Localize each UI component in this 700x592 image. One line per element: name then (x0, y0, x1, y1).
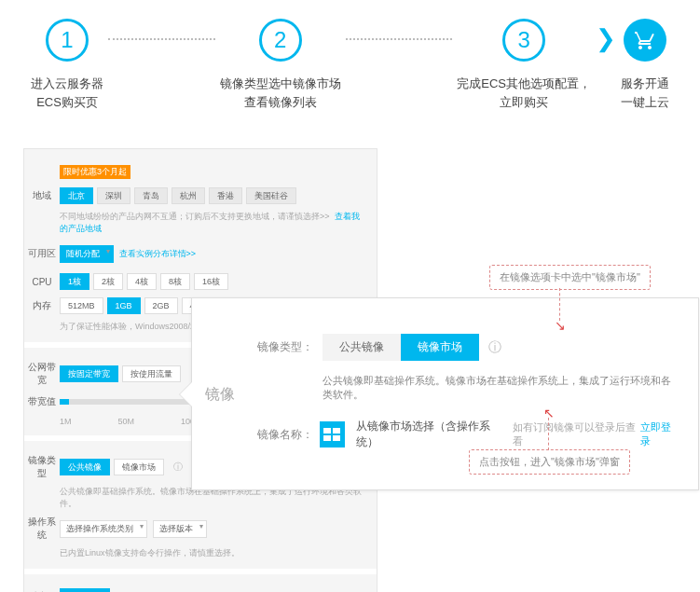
sysd-option[interactable]: 普通云盘 (60, 588, 110, 592)
cpu-option[interactable]: 2核 (93, 273, 123, 290)
os-select[interactable]: 选择操作系统类别 (60, 520, 147, 538)
region-option[interactable]: 深圳 (97, 187, 130, 204)
promo-badge: 限时优惠3个月起 (60, 165, 130, 179)
image-type-label: 镜像类型： (257, 339, 323, 355)
step-3-label-b: 立即购买 (457, 93, 591, 112)
step-1-label-a: 进入云服务器 (31, 75, 103, 93)
login-link[interactable]: 立即登录 (640, 420, 679, 448)
bw-min: 1M (60, 417, 72, 426)
step-2: 2 镜像类型选中镜像市场 查看镜像列表 (220, 19, 341, 111)
cpu-option[interactable]: 1核 (60, 273, 89, 290)
cpu-option[interactable]: 4核 (127, 273, 157, 290)
step-final-label-b: 一键上云 (621, 93, 669, 112)
step-3-circle: 3 (502, 19, 545, 62)
step-1-label-b: ECS购买页 (31, 93, 103, 112)
bw-tab-fixed[interactable]: 按固定带宽 (60, 365, 118, 382)
region-option[interactable]: 香港 (209, 187, 242, 204)
region-option[interactable]: 北京 (60, 187, 93, 204)
img-tab-public[interactable]: 公共镜像 (60, 459, 110, 475)
mem-label: 内存 (24, 299, 60, 312)
os-label: 操作系统 (24, 516, 60, 542)
bw-value-label: 带宽值 (24, 395, 60, 408)
annotation-top: 在镜像选项卡中选中"镜像市场" (489, 265, 651, 290)
chevron-right-icon: ❯ (596, 24, 616, 53)
zone-select[interactable]: 随机分配 (60, 245, 114, 263)
annotation-bottom: 点击按钮，进入"镜像市场"弹窗 (469, 449, 630, 475)
region-option[interactable]: 杭州 (172, 187, 205, 204)
annotation-line (548, 418, 549, 450)
cpu-label: CPU (24, 277, 60, 287)
cpu-option[interactable]: 16核 (194, 273, 228, 290)
img-tab-market[interactable]: 镜像市场 (114, 459, 164, 475)
region-label: 地域 (24, 189, 60, 202)
bw-mid: 50M (118, 417, 135, 426)
step-connector (108, 38, 215, 40)
step-2-label-a: 镜像类型选中镜像市场 (220, 75, 341, 93)
step-1-circle: 1 (46, 19, 89, 62)
region-hint: 不同地域纷纷的产品内网不互通；订购后不支持更换地域，请谨慎选择>> (60, 212, 330, 221)
cpu-option[interactable]: 8核 (160, 273, 190, 290)
step-final-label-a: 服务开通 (621, 75, 669, 93)
step-connector (346, 38, 453, 40)
step-2-label-b: 查看镜像列表 (220, 93, 341, 112)
image-name-label: 镜像名称： (257, 427, 320, 443)
region-option[interactable]: 青岛 (134, 187, 168, 204)
subscribe-hint: 如有订阅镜像可以登录后查看 (513, 420, 640, 448)
help-icon[interactable]: ⓘ (173, 461, 183, 474)
arrow-up-icon: ↖ (543, 406, 555, 420)
select-image-button[interactable] (320, 421, 345, 447)
region-option[interactable]: 美国硅谷 (246, 187, 296, 204)
callout-pointer-icon (180, 381, 193, 407)
img-label: 镜像类型 (24, 454, 60, 480)
os-hint: 已内置Linux镜像支持命令行操作，请慎重选择。 (60, 547, 367, 559)
step-1: 1 进入云服务器 ECS购买页 (31, 19, 103, 111)
cart-icon (624, 19, 666, 62)
zone-label: 可用区 (24, 247, 60, 260)
mem-option[interactable]: 1GB (107, 297, 141, 314)
mem-option[interactable]: 2GB (144, 297, 178, 314)
tab-image-market[interactable]: 镜像市场 (401, 334, 479, 361)
step-3-label-a: 完成ECS其他选项配置， (457, 75, 591, 93)
tab-public-image[interactable]: 公共镜像 (323, 334, 401, 361)
steps-bar: 1 进入云服务器 ECS购买页 2 镜像类型选中镜像市场 查看镜像列表 3 完成… (23, 19, 677, 111)
step-final: 服务开通 一键上云 (621, 19, 669, 111)
annotation-line (559, 288, 560, 321)
bw-label: 公网带宽 (24, 361, 60, 387)
step-2-circle: 2 (259, 19, 302, 62)
bw-tab-usage[interactable]: 按使用流量 (122, 365, 181, 382)
mem-option[interactable]: 512MB (60, 297, 103, 314)
arrow-down-icon: ↘ (555, 318, 566, 333)
select-image-text: 从镜像市场选择（含操作系统） (356, 419, 506, 450)
image-desc: 公共镜像即基础操作系统。镜像市场在基础操作系统上，集成了运行环境和各类软件。 (323, 374, 679, 402)
callout-sidebar-label: 镜像 (205, 384, 235, 404)
step-3: 3 完成ECS其他选项配置， 立即购买 (457, 19, 591, 111)
os-version-select[interactable]: 选择版本 (153, 520, 207, 538)
help-icon[interactable]: ⓘ (488, 339, 501, 356)
zone-link[interactable]: 查看实例分布详情>> (119, 248, 197, 260)
